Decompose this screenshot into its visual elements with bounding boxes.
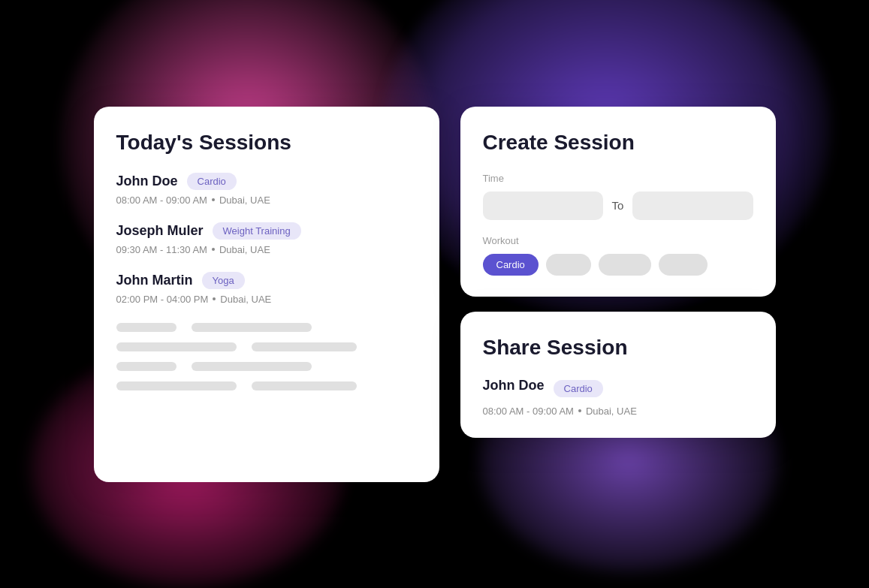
session-name-1: John Doe xyxy=(116,173,178,189)
share-session-name: John Doe xyxy=(483,378,545,394)
right-column: Create Session Time To Workout Cardio Sh… xyxy=(460,107,776,438)
session-badge-2: Weight Training xyxy=(213,222,301,240)
session-time-2: 09:30 AM - 11:30 AM Dubai, UAE xyxy=(116,244,417,255)
workout-label: Workout xyxy=(483,235,753,246)
session-time-1: 08:00 AM - 09:00 AM Dubai, UAE xyxy=(116,194,417,206)
session-time-3: 02:00 PM - 04:00 PM Dubai, UAE xyxy=(116,294,417,305)
session-item-1: John Doe Cardio 08:00 AM - 09:00 AM Duba… xyxy=(116,173,417,206)
session-header-1: John Doe Cardio xyxy=(116,173,417,190)
share-session-time: 08:00 AM - 09:00 AM Dubai, UAE xyxy=(483,406,753,417)
dot-2 xyxy=(212,248,215,251)
skeleton-row-3 xyxy=(116,362,417,371)
create-session-title: Create Session xyxy=(483,131,753,155)
share-session-badge: Cardio xyxy=(554,380,603,397)
skeleton-7 xyxy=(116,381,237,390)
time-to-label: To xyxy=(612,199,624,212)
session-name-2: Joseph Muler xyxy=(116,223,204,239)
workout-chip-cardio[interactable]: Cardio xyxy=(483,254,539,276)
session-name-3: John Martin xyxy=(116,273,193,288)
today-sessions-card: Today's Sessions John Doe Cardio 08:00 A… xyxy=(94,107,439,482)
skeleton-5 xyxy=(116,362,177,371)
time-row: To xyxy=(483,191,753,220)
session-item-2: Joseph Muler Weight Training 09:30 AM - … xyxy=(116,222,417,255)
session-badge-3: Yoga xyxy=(202,272,245,289)
skeleton-4 xyxy=(252,342,357,351)
session-item-3: John Martin Yoga 02:00 PM - 04:00 PM Dub… xyxy=(116,272,417,305)
workout-chip-2[interactable] xyxy=(546,254,591,276)
share-session-card: Share Session John Doe Cardio 08:00 AM -… xyxy=(460,312,776,438)
today-sessions-title: Today's Sessions xyxy=(116,131,417,155)
session-header-3: John Martin Yoga xyxy=(116,272,417,289)
main-content: Today's Sessions John Doe Cardio 08:00 A… xyxy=(64,77,806,512)
skeleton-row-1 xyxy=(116,323,417,332)
skeleton-6 xyxy=(192,362,312,371)
dot-3 xyxy=(213,297,216,300)
time-end-input[interactable] xyxy=(632,191,753,220)
skeleton-2 xyxy=(192,323,312,332)
time-start-input[interactable] xyxy=(483,191,603,220)
skeleton-row-4 xyxy=(116,381,417,390)
skeleton-8 xyxy=(252,381,357,390)
workout-chip-3[interactable] xyxy=(599,254,651,276)
dot-1 xyxy=(212,198,215,201)
share-dot xyxy=(578,409,581,412)
workout-chip-4[interactable] xyxy=(659,254,708,276)
time-label: Time xyxy=(483,173,753,184)
create-session-card: Create Session Time To Workout Cardio xyxy=(460,107,776,297)
session-badge-1: Cardio xyxy=(187,173,237,190)
skeleton-row-2 xyxy=(116,342,417,351)
session-header-2: Joseph Muler Weight Training xyxy=(116,222,417,240)
skeleton-1 xyxy=(116,323,177,332)
share-session-header: John Doe Cardio xyxy=(483,378,753,400)
skeleton-3 xyxy=(116,342,237,351)
share-session-title: Share Session xyxy=(483,336,753,360)
workout-options: Cardio xyxy=(483,254,753,276)
